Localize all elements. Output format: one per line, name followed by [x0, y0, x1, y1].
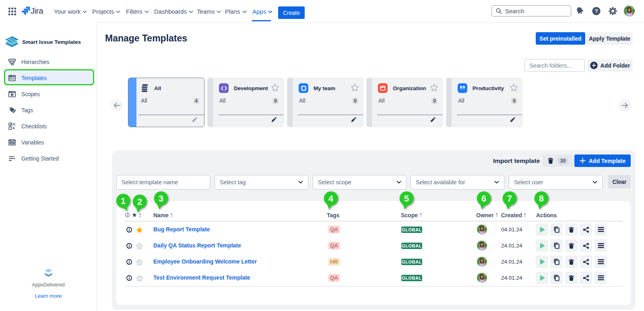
svg-text:6: 6: [481, 194, 486, 204]
svg-text:8: 8: [539, 194, 544, 204]
svg-text:1: 1: [121, 196, 126, 206]
svg-text:2: 2: [137, 197, 142, 207]
svg-text:5: 5: [404, 194, 409, 204]
svg-text:?: ?: [594, 8, 598, 14]
svg-text:4: 4: [328, 194, 334, 204]
svg-text:7: 7: [507, 194, 512, 204]
svg-text:(x): (x): [10, 141, 14, 144]
svg-text:3: 3: [159, 194, 163, 204]
